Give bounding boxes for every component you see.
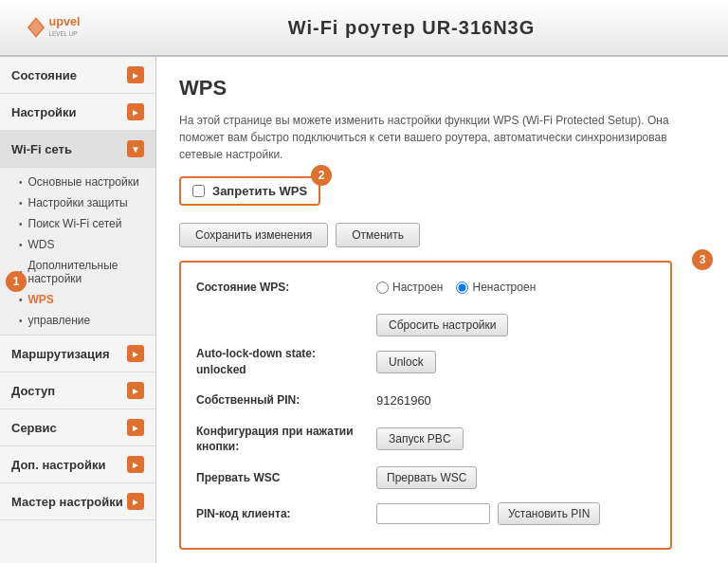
sidebar-label-dostup: Доступ	[11, 384, 55, 398]
autolock-value: unlocked	[196, 363, 246, 376]
page-header-title: Wi-Fi роутер UR-316N3G	[114, 17, 709, 39]
annotation-circle-3: 3	[692, 249, 713, 270]
logo: upvel LEVEL UP	[19, 7, 114, 49]
sidebar-item-dop[interactable]: Доп. настройки ►	[0, 446, 155, 483]
disable-wps-checkbox[interactable]	[192, 185, 205, 197]
header: upvel LEVEL UP Wi-Fi роутер UR-316N3G	[0, 0, 728, 57]
content-area: WPS На этой странице вы можете изменить …	[156, 57, 728, 563]
sidebar-submenu-wifi: •Основные настройки •Настройки защиты •П…	[0, 168, 155, 336]
sidebar-arrow-marshrutizaciya: ►	[127, 345, 144, 362]
sidebar-submenu-osnovnye[interactable]: •Основные настройки	[0, 172, 155, 192]
wps-status-option2[interactable]: Ненастроен	[456, 281, 536, 294]
save-button[interactable]: Сохранить изменения	[179, 223, 328, 247]
sidebar-item-nastroiki[interactable]: Настройки ►	[0, 94, 155, 131]
svg-text:upvel: upvel	[49, 15, 81, 28]
annotation-circle-2: 2	[311, 165, 332, 186]
wps-autolock-row: Auto-lock-down state: unlocked Unlock	[196, 346, 655, 378]
unlock-button[interactable]: Unlock	[376, 351, 436, 373]
sidebar-submenu-poisk[interactable]: •Поиск Wi-Fi сетей	[0, 213, 155, 234]
sidebar-submenu-wps[interactable]: •WPS	[0, 289, 155, 310]
interrupt-button[interactable]: Прервать WSC	[376, 466, 477, 489]
sidebar-item-servis[interactable]: Сервис ►	[0, 409, 155, 446]
set-pin-button[interactable]: Установить PIN	[498, 502, 600, 525]
autolock-label: Auto-lock-down state:	[196, 347, 316, 360]
action-buttons: Сохранить изменения Отменить	[179, 223, 705, 247]
sidebar-submenu-upravlenie[interactable]: •управление	[0, 310, 155, 331]
sidebar-label-master: Мастер настройки	[11, 495, 123, 509]
wps-status-option1[interactable]: Настроен	[376, 281, 443, 294]
disable-wps-row: Запретить WPS	[179, 176, 320, 206]
disable-wps-label: Запретить WPS	[212, 184, 307, 198]
sidebar-item-wifi[interactable]: Wi-Fi сеть ▼	[0, 131, 155, 168]
wps-status-label: Состояние WPS:	[196, 280, 376, 296]
sidebar-arrow-dop: ►	[127, 456, 144, 473]
wps-own-pin-row: Собственный PIN: 91261960	[196, 388, 655, 414]
main-layout: Состояние ► Настройки ► Wi-Fi сеть ▼ •Ос…	[0, 57, 728, 563]
wps-interrupt-row: Прервать WSC Прервать WSC	[196, 464, 655, 491]
sidebar-label-marshrutizaciya: Маршрутизация	[11, 347, 110, 361]
sidebar-label-servis: Сервис	[11, 421, 57, 435]
client-pin-label: PIN-код клиента:	[196, 506, 376, 522]
sidebar-arrow-nastroiki: ►	[127, 103, 144, 120]
header-model: UR-316N3G	[422, 17, 535, 38]
sidebar-label-sostoyanie: Состояние	[11, 68, 77, 82]
sidebar-item-master[interactable]: Мастер настройки ►	[0, 483, 155, 520]
sidebar-arrow-wifi: ▼	[127, 140, 144, 157]
own-pin-label: Собственный PIN:	[196, 392, 376, 409]
client-pin-input[interactable]	[376, 503, 490, 524]
reset-settings-button[interactable]: Сбросить настройки	[376, 314, 508, 336]
page-description: На этой странице вы можете изменить наст…	[179, 112, 672, 163]
pbc-button[interactable]: Запуск PBC	[376, 427, 464, 450]
wps-settings-box: Состояние WPS: Настроен Ненастроен	[179, 261, 672, 550]
wps-reset-row: Сбросить настройки	[196, 310, 655, 336]
sidebar-label-nastroiki: Настройки	[11, 105, 77, 119]
wps-pbc-row: Конфигурация при нажатии кнопки: Запуск …	[196, 424, 655, 456]
wps-status-value: Настроен Ненастроен	[376, 281, 536, 294]
wps-status-radio-group: Настроен Ненастроен	[376, 281, 536, 294]
sidebar-arrow-sostoyanie: ►	[127, 66, 144, 83]
sidebar-label-wifi: Wi-Fi сеть	[11, 142, 72, 156]
page-title: WPS	[179, 76, 705, 100]
sidebar-submenu-bezopasnost[interactable]: •Настройки защиты	[0, 192, 155, 213]
pbc-label: Конфигурация при нажатии кнопки:	[196, 424, 376, 456]
sidebar-arrow-dostup: ►	[127, 382, 144, 399]
sidebar-item-marshrutizaciya[interactable]: Маршрутизация ►	[0, 336, 155, 372]
wps-client-pin-row: PIN-код клиента: Установить PIN	[196, 500, 655, 527]
sidebar-item-dostup[interactable]: Доступ ►	[0, 372, 155, 409]
svg-text:LEVEL UP: LEVEL UP	[49, 30, 78, 37]
own-pin-value: 91261960	[376, 393, 431, 408]
header-title-text: Wi-Fi роутер	[288, 17, 422, 38]
sidebar-item-sostoyanie[interactable]: Состояние ►	[0, 57, 155, 94]
cancel-button[interactable]: Отменить	[336, 223, 420, 247]
svg-marker-1	[29, 19, 43, 36]
sidebar: Состояние ► Настройки ► Wi-Fi сеть ▼ •Ос…	[0, 57, 156, 563]
interrupt-label: Прервать WSC	[196, 470, 376, 486]
sidebar-submenu-wds[interactable]: •WDS	[0, 234, 155, 255]
wps-status-row: Состояние WPS: Настроен Ненастроен	[196, 274, 655, 300]
sidebar-label-dop: Доп. настройки	[11, 458, 106, 472]
sidebar-arrow-master: ►	[127, 493, 144, 510]
sidebar-arrow-servis: ►	[127, 419, 144, 436]
